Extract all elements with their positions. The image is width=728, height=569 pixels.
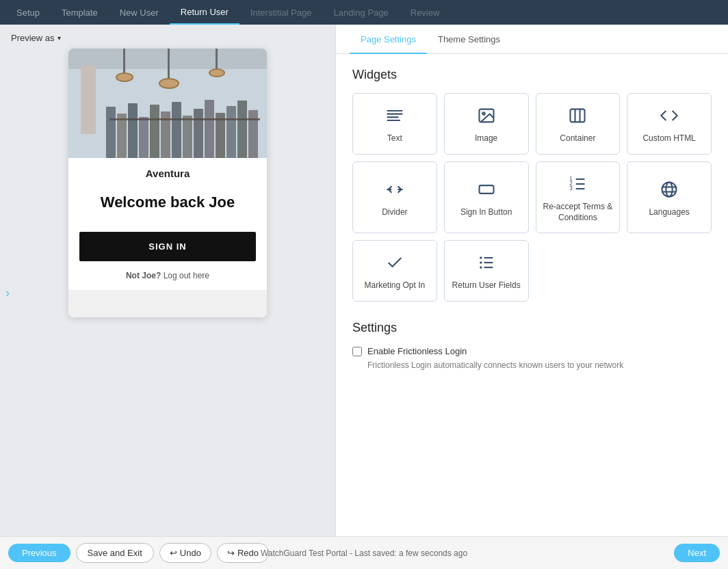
widget-divider[interactable]: Divider [352, 161, 437, 233]
widget-sign-in-button[interactable]: Sign In Button [444, 161, 529, 233]
preview-as-bar: Preview as ▾ [0, 33, 335, 49]
widget-reaccept-terms[interactable]: 1 2 3 Re-accept Terms & Conditions [536, 161, 621, 233]
widget-sign-in-button-label: Sign In Button [460, 207, 512, 218]
widget-text-label: Text [387, 133, 402, 144]
tab-page-settings[interactable]: Page Settings [350, 25, 427, 54]
undo-button[interactable]: ↩ Undo [159, 543, 211, 563]
divider-icon [385, 180, 404, 202]
svg-rect-6 [571, 109, 585, 122]
nav-item-landing-page[interactable]: Landing Page [323, 0, 400, 25]
widget-image[interactable]: Image [444, 93, 529, 155]
not-joe-text: Not Joe? Log out here [68, 261, 267, 290]
mobile-signin-button[interactable]: SIGN IN [79, 232, 256, 261]
text-icon [385, 106, 404, 128]
widget-image-label: Image [475, 133, 497, 144]
nav-item-new-user[interactable]: New User [109, 0, 170, 25]
welcome-text: Welcome back Joe [68, 185, 267, 221]
svg-point-26 [480, 262, 482, 265]
svg-point-5 [482, 113, 485, 116]
languages-icon [660, 180, 679, 202]
nav-item-setup[interactable]: Setup [5, 0, 51, 25]
store-name: Aventura [68, 158, 267, 185]
top-nav: Setup Template New User Return User Inte… [0, 0, 728, 25]
widget-text[interactable]: Text [352, 93, 437, 155]
svg-point-19 [666, 182, 672, 196]
widget-custom-html-label: Custom HTML [642, 133, 695, 144]
frictionless-login-hint: Frictionless Login automatically connect… [367, 360, 623, 370]
preview-panel: Preview as ▾ › [0, 25, 335, 536]
widget-container-label: Container [560, 133, 595, 144]
svg-point-27 [480, 267, 482, 269]
sign-in-button-icon [477, 180, 496, 202]
nav-item-review[interactable]: Review [400, 0, 451, 25]
side-arrow-icon[interactable]: › [5, 285, 10, 300]
svg-point-25 [480, 257, 482, 260]
frictionless-login-checkbox[interactable] [352, 347, 362, 356]
tabs-bar: Page Settings Theme Settings [336, 25, 728, 54]
marketing-opt-in-icon [385, 253, 404, 275]
preview-as-label-text: Preview as [11, 33, 55, 43]
return-user-fields-icon [477, 253, 496, 275]
widget-languages[interactable]: Languages [627, 161, 712, 233]
svg-point-18 [662, 182, 677, 196]
container-icon [568, 106, 587, 128]
right-panel: Page Settings Theme Settings Widgets [335, 25, 728, 536]
next-button[interactable]: Next [674, 544, 720, 562]
preview-container: › [0, 49, 335, 536]
previous-button[interactable]: Previous [8, 544, 70, 562]
status-text: WatchGuard Test Portal - Last saved: a f… [261, 548, 467, 558]
widget-divider-label: Divider [382, 207, 407, 218]
image-icon [477, 106, 496, 128]
bottom-bar: Previous Save and Exit ↩ Undo ↪ Redo Wat… [0, 536, 728, 569]
widget-container[interactable]: Container [536, 93, 621, 155]
svg-rect-11 [479, 185, 493, 194]
frictionless-login-row: Enable Frictionless Login [352, 346, 467, 356]
widget-languages-label: Languages [649, 207, 689, 218]
panel-content: Widgets Text [336, 54, 728, 384]
nav-item-template[interactable]: Template [51, 0, 109, 25]
logout-link[interactable]: Log out here [164, 271, 209, 280]
widget-custom-html[interactable]: Custom HTML [627, 93, 712, 155]
svg-text:3: 3 [570, 185, 573, 191]
redo-icon: ↪ [227, 548, 235, 558]
custom-html-icon [660, 106, 679, 128]
nav-item-return-user[interactable]: Return User [170, 0, 239, 25]
widget-return-user-fields-label: Return User Fields [452, 280, 521, 291]
widget-return-user-fields[interactable]: Return User Fields [444, 240, 529, 302]
tab-theme-settings[interactable]: Theme Settings [427, 25, 511, 54]
frictionless-login-label: Enable Frictionless Login [367, 346, 467, 356]
widget-marketing-opt-in-label: Marketing Opt In [365, 280, 426, 291]
widget-reaccept-terms-label: Re-accept Terms & Conditions [542, 202, 614, 223]
settings-title: Settings [352, 321, 712, 335]
main-layout: Preview as ▾ › [0, 25, 728, 536]
preview-as-button[interactable]: Preview as ▾ [11, 33, 61, 43]
settings-row: Enable Frictionless Login Frictionless L… [352, 346, 712, 370]
undo-icon: ↩ [170, 548, 177, 558]
widgets-grid: Text Image [352, 93, 712, 302]
mobile-hero-image [68, 49, 267, 158]
save-exit-button[interactable]: Save and Exit [76, 543, 154, 563]
widget-marketing-opt-in[interactable]: Marketing Opt In [352, 240, 437, 302]
mobile-frame: Aventura Welcome back Joe SIGN IN Not Jo… [68, 49, 267, 317]
chevron-down-icon: ▾ [57, 34, 61, 42]
reaccept-terms-icon: 1 2 3 [568, 174, 587, 196]
widgets-title: Widgets [352, 68, 712, 82]
nav-item-interstitial-page[interactable]: Interstitial Page [239, 0, 323, 25]
